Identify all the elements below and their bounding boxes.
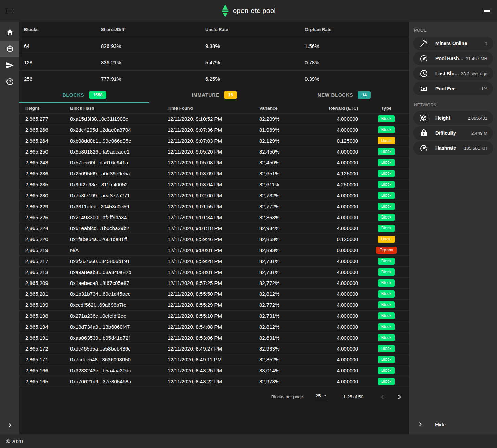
menu-bar: [484, 13, 490, 13]
tab-immature[interactable]: IMMATURE16: [149, 87, 279, 103]
block-reward: 4.000000: [326, 160, 364, 166]
block-reward: 4.000000: [326, 269, 364, 275]
block-time-found: 12/11/2020, 9:03:09 PM: [168, 171, 259, 176]
block-type-cell: Block: [364, 115, 409, 123]
blocks-col-header: Time Found: [168, 106, 259, 111]
block-height: 2,865,191: [19, 335, 70, 341]
block-reward: 4.000000: [326, 258, 364, 264]
stat-value: 1%: [481, 86, 487, 91]
block-variance: 82,973%: [259, 379, 326, 384]
stats-header-row: BlocksShares/DiffUncle RateOrphan Rate: [19, 22, 409, 38]
stats-row: 64826.93%9.38%1.56%: [19, 38, 409, 54]
block-type-cell: Block: [364, 159, 409, 167]
block-type-cell: Block: [364, 258, 409, 265]
block-variance: 82,893%: [259, 247, 326, 253]
block-variance: 82,812%: [259, 291, 326, 297]
tab-label: IMMATURE: [192, 92, 219, 98]
block-type-cell: Block: [364, 181, 409, 188]
block-reward: 4.000000: [326, 313, 364, 319]
tab-count-badge: 1558: [89, 91, 106, 99]
table-row: 2,865,1720xdc465d5a...a58beb436c12/11/20…: [19, 343, 409, 354]
block-hash: 0x6b801826...fa9adcaee1: [70, 149, 168, 155]
block-variance: 82,933%: [259, 346, 326, 352]
stat-label: Difficulty: [435, 130, 470, 136]
block-time-found: 12/11/2020, 9:00:01 PM: [168, 247, 259, 253]
block-variance: 82,772%: [259, 280, 326, 286]
block-hash: 0xb08dd0b1...99e066d95e: [70, 138, 168, 144]
block-variance: 82,732%: [259, 193, 326, 198]
tab-blocks[interactable]: BLOCKS1558: [19, 87, 149, 103]
blocks-col-header: Reward (ETC): [326, 106, 364, 111]
table-row: 2,865,2170x3f367660...345806b19112/11/20…: [19, 255, 409, 266]
next-page-button[interactable]: [395, 393, 404, 401]
block-time-found: 12/11/2020, 8:53:06 PM: [168, 335, 259, 341]
block-type-cell: Block: [364, 225, 409, 232]
stats-col-header: Orphan Rate: [305, 27, 409, 32]
left-nav-rail: [0, 22, 19, 434]
chevron-right-icon: [395, 393, 404, 401]
stats-cell: 9.38%: [205, 43, 305, 49]
block-hash: 0x9df2e98e...811fc40052: [70, 182, 168, 187]
previous-page-button[interactable]: [378, 393, 387, 401]
block-type-badge: Block: [378, 323, 395, 331]
block-reward: 4.000000: [326, 203, 364, 209]
block-height: 2,865,266: [19, 127, 70, 133]
stat-value: 2.449 M: [471, 131, 487, 136]
page-size-select[interactable]: 25 ▼: [315, 393, 327, 400]
cash-icon: [420, 84, 428, 93]
stats-col-header: Blocks: [24, 27, 101, 32]
pagination-bar: Blocks per page 25 ▼ 1-25 of 50: [19, 387, 409, 407]
block-hash: 0xa70621d9...37e305468a: [70, 379, 168, 384]
sidebar-item-blocks[interactable]: [0, 41, 19, 57]
block-type-badge: Block: [378, 159, 395, 167]
speedometer-icon: [420, 144, 428, 152]
block-time-found: 12/11/2020, 8:55:10 PM: [168, 313, 259, 319]
block-reward: 4.000000: [326, 225, 364, 231]
table-row: 2,865,1910xaa063539...b95d41d72f12/11/20…: [19, 332, 409, 343]
caret-down-icon: ▼: [324, 394, 327, 397]
pool-section-title: POOL: [409, 25, 497, 37]
stat-label: Miners Online: [435, 41, 484, 46]
block-height: 2,865,277: [19, 116, 70, 122]
copyright-label: © 2020: [6, 438, 23, 444]
hide-sidebar-button[interactable]: Hide: [409, 414, 497, 434]
block-type-cell: Block: [364, 378, 409, 385]
help-icon: [6, 78, 14, 86]
app-header: open-etc-pool: [0, 0, 497, 22]
table-row: 2,865,2350x9df2e98e...811fc4005212/11/20…: [19, 179, 409, 190]
block-reward: 4.000000: [326, 214, 364, 220]
block-hash: 0x1aebeca8...8f67c05e87: [70, 280, 168, 286]
block-time-found: 12/11/2020, 8:57:25 PM: [168, 280, 259, 286]
block-height: 2,865,235: [19, 182, 70, 187]
block-reward: 0.000000: [326, 247, 364, 253]
sidebar-item-payments[interactable]: [0, 57, 19, 74]
tab-new-blocks[interactable]: NEW BLOCKS14: [279, 87, 409, 103]
network-section-title: NETWORK: [409, 100, 497, 111]
stats-col-header: Uncle Rate: [205, 27, 305, 32]
left-menu-icon[interactable]: [5, 6, 15, 15]
right-menu-icon[interactable]: [482, 6, 492, 15]
chevron-left-icon: [378, 393, 387, 401]
block-type-badge: Block: [378, 126, 395, 134]
sidebar-item-home[interactable]: [0, 24, 19, 41]
stats-cell: 826.93%: [101, 43, 205, 49]
block-reward: 4.000000: [326, 357, 364, 363]
table-row: 2,865,2500x6b801826...fa9adcaee112/11/20…: [19, 146, 409, 157]
block-variance: 82,209%: [259, 116, 326, 122]
block-type-cell: Block: [364, 301, 409, 309]
expand-rail-button[interactable]: [0, 421, 19, 430]
block-hash: 0xdc465d5a...a58beb436c: [70, 346, 168, 352]
send-icon: [6, 61, 14, 69]
sidebar-item-help[interactable]: [0, 74, 19, 90]
stats-cell: 0.78%: [305, 60, 409, 65]
app-footer: © 2020: [0, 434, 497, 448]
block-hash: 0xccdf562f...69a698b7fe: [70, 302, 168, 308]
stats-row: 256777.91%6.25%0.39%: [19, 70, 409, 87]
block-time-found: 12/11/2020, 9:07:03 PM: [168, 138, 259, 144]
block-reward: 4.000000: [326, 324, 364, 330]
block-type-badge: Block: [378, 225, 395, 232]
stats-row: 128836.21%5.47%0.78%: [19, 54, 409, 70]
stat-pill-hashrate: Hashrate185.561 KH: [413, 141, 493, 155]
tab-label: BLOCKS: [63, 92, 84, 98]
table-row: 2,865,2090x1aebeca8...8f67c05e8712/11/20…: [19, 277, 409, 288]
